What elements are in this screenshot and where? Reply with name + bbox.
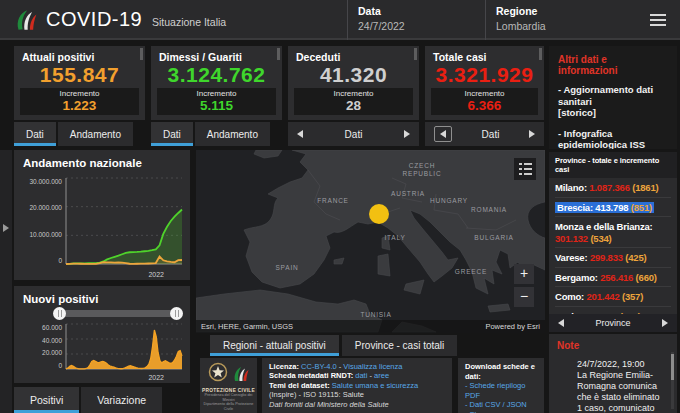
licenza-link[interactable]: CC-BY-4.0 <box>301 362 337 371</box>
line-chart[interactable] <box>66 178 182 264</box>
slider-handle-right[interactable] <box>170 307 183 320</box>
app-title: COVID-19 <box>46 8 142 31</box>
covid-dashboard: COVID-19 Situazione Italia Data 24/7/202… <box>0 0 680 413</box>
date-label: Data <box>358 5 485 17</box>
tab-dati[interactable]: Dati <box>151 122 193 146</box>
menu-icon[interactable] <box>650 14 666 26</box>
protezione-civile-box: PROTEZIONE CIVILE Presidenza del Consigl… <box>200 358 257 413</box>
zoom-out-button[interactable]: − <box>514 287 534 307</box>
download-title: Download schede e dati: <box>465 362 537 381</box>
legend-icon <box>519 163 532 175</box>
download-csv-json-link[interactable]: - Dati CSV / JSON <box>465 400 537 410</box>
time-range-slider[interactable] <box>58 307 178 320</box>
date-value: 24/7/2022 <box>358 20 485 32</box>
repubblica-emblem-icon <box>208 361 250 383</box>
link-aggiornamento-dati[interactable]: - Aggiornamento dati sanitari [storico] <box>558 84 668 119</box>
svg-text:BULGARIA: BULGARIA <box>474 234 513 241</box>
card-totale-casi: Totale casi 3.321.929 Incremento 6.366 <box>425 46 544 120</box>
dati-forniti-line: Dati forniti dal Ministero della Salute <box>269 400 445 409</box>
europe-map[interactable]: CZECHREPUBLICFRANCEAUSTRIAHUNGARYROMANIA… <box>196 150 545 333</box>
header: COVID-19 Situazione Italia Data 24/7/202… <box>0 0 680 40</box>
tab-andamento[interactable]: Andamento <box>58 122 133 146</box>
note-title: Note <box>557 340 665 351</box>
rndt-aree-link[interactable]: aree <box>374 371 389 380</box>
y-axis-ticks: 60.000 40.000 20.000 0 <box>18 324 66 369</box>
next-arrow-icon[interactable] <box>529 130 535 138</box>
card-title: Attuali positivi <box>14 46 145 63</box>
tab-dati[interactable]: Dati <box>14 122 56 146</box>
slider-track[interactable] <box>58 310 178 317</box>
tab-regioni-attuali-positivi[interactable]: Regioni - attuali positivi <box>210 335 339 356</box>
card-value: 3.321.929 <box>425 63 544 86</box>
protezione-civile-logo-icon <box>12 7 38 33</box>
province-panel-title: Province - totale e incremento casi <box>549 152 677 178</box>
region-label: Regione <box>496 5 640 17</box>
link-infografica-iss[interactable]: - Infografica epidemiologica ISS <box>558 128 668 150</box>
prev-arrow-button[interactable] <box>434 126 452 142</box>
nuovi-chart: 60.000 40.000 20.000 0 <box>18 324 182 369</box>
app-subtitle: Situazione Italia <box>152 16 226 28</box>
list-item[interactable]: Bergamo: 256.416 (660) <box>555 268 671 288</box>
prev-arrow-icon <box>440 130 446 138</box>
list-item[interactable]: Varese: 299.833 (425) <box>555 248 671 268</box>
map-attribution: Esri, HERE, Garmin, USGS Powered by Esri <box>196 320 545 333</box>
increment-label: Incremento <box>431 89 538 98</box>
list-item[interactable]: Milano: 1.087.366 (1861) <box>555 178 671 198</box>
next-arrow-icon[interactable] <box>662 319 668 327</box>
rndt-dati-link[interactable]: dati <box>355 371 367 380</box>
region-data-marker[interactable] <box>369 204 389 224</box>
altri-dati-panel: Altri dati e informazioni - Aggiornament… <box>549 46 677 149</box>
increment-label: Incremento <box>294 89 413 98</box>
pc-logo-line3: Dipartimento della Protezione Civile <box>200 402 257 411</box>
region-block: Regione Lombardia <box>485 0 640 40</box>
note-panel[interactable]: Note 24/7/2022, 19:00 La Regione Emilia-… <box>549 334 677 413</box>
prev-arrow-icon[interactable] <box>558 319 564 327</box>
tab-andamento[interactable]: Andamento <box>195 122 270 146</box>
card-value: 41.320 <box>288 63 419 86</box>
pc-logo-line2: Presidenza del Consiglio dei Ministri <box>200 393 257 402</box>
svg-text:SPAIN: SPAIN <box>275 264 298 271</box>
temi-line: Temi del dataset: Salute umana e sicurez… <box>269 381 445 400</box>
prev-arrow-icon[interactable] <box>297 130 303 138</box>
svg-text:AUSTRIA: AUSTRIA <box>391 190 425 197</box>
province-list: Milano: 1.087.366 (1861) Brescia: 413.79… <box>549 178 677 325</box>
tab-province-casi-totali[interactable]: Province - casi totali <box>342 335 457 356</box>
expand-panel-arrow-icon[interactable] <box>3 224 9 232</box>
licenza-line: Licenza: CC-BY-4.0 - Visualizza licenza <box>269 362 445 371</box>
increment-label: Incremento <box>157 89 276 98</box>
card-value: 155.847 <box>14 63 145 86</box>
slider-handle-left[interactable] <box>53 307 66 320</box>
panel-title: Nuovi positivi <box>14 286 190 305</box>
tab-positivi[interactable]: Positivi <box>14 387 79 413</box>
panel-title: Andamento nazionale <box>14 150 190 169</box>
region-value: Lombardia <box>496 20 640 32</box>
map-geometry: CZECHREPUBLICFRANCEAUSTRIAHUNGARYROMANIA… <box>196 150 545 333</box>
card3-pager: Dati <box>425 122 544 146</box>
visualizza-licenza-link[interactable]: Visualizza licenza <box>343 362 402 371</box>
map-tabs: Regioni - attuali positivi Province - ca… <box>210 335 457 356</box>
dataset-metadata-box: Licenza: CC-BY-4.0 - Visualizza licenza … <box>262 358 452 413</box>
panel-nuovi-positivi: Nuovi positivi 60.000 40.000 20.000 0 20… <box>14 286 190 383</box>
increment-box: Incremento 6.366 <box>431 88 538 115</box>
area-chart[interactable] <box>66 324 182 369</box>
card-value: 3.124.762 <box>151 63 282 86</box>
next-arrow-icon[interactable] <box>404 130 410 138</box>
increment-box: Incremento 28 <box>294 88 413 115</box>
increment-box: Incremento 5.115 <box>157 88 276 115</box>
card0-tabs: Dati Andamento <box>14 122 133 146</box>
andamento-chart: 30.000.000 20.000.000 10.000.000 0 <box>18 178 182 264</box>
increment-value: 5.115 <box>157 98 276 113</box>
card-deceduti: Deceduti 41.320 Incremento 28 <box>288 46 419 120</box>
zoom-in-button[interactable]: + <box>514 264 534 284</box>
tab-variazione[interactable]: Variazione <box>81 387 162 413</box>
list-item[interactable]: Como: 201.442 (357) <box>555 287 671 307</box>
attribution-sources: Esri, HERE, Garmin, USGS <box>201 322 293 331</box>
pager-label: Dati <box>345 129 363 140</box>
legend-button[interactable] <box>514 158 536 180</box>
increment-value: 6.366 <box>431 98 538 113</box>
y-axis-ticks: 30.000.000 20.000.000 10.000.000 0 <box>18 178 66 264</box>
list-item[interactable]: Monza e della Brianza: 301.132 (534) <box>555 217 671 248</box>
temi-dataset-link[interactable]: Salute umana e sicurezza <box>332 381 418 390</box>
download-pdf-link[interactable]: - Schede riepilogo PDF <box>465 381 537 400</box>
list-item-selected[interactable]: Brescia: 413.798 (851) <box>555 198 671 218</box>
